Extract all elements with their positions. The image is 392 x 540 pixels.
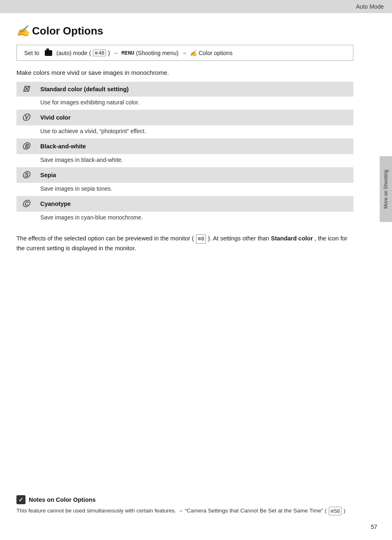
page-ref-1: ⊞ 48 xyxy=(93,49,106,56)
option-label-1: Standard color (default setting) xyxy=(35,82,353,97)
header-title: Auto Mode xyxy=(356,3,384,10)
notes-title: Notes on Color Options xyxy=(29,496,96,503)
option-row-desc-3: Save images in black-and-white. xyxy=(16,154,353,167)
option-row-desc-5: Save images in cyan-blue monochrome. xyxy=(16,212,353,225)
menu-label: MENU xyxy=(122,50,134,56)
instruction-menu-suffix: (Shooting menu) xyxy=(136,50,179,56)
option-row-desc-1: Use for images exhibiting natural color. xyxy=(16,97,353,110)
footer-bold: Standard color xyxy=(271,235,313,242)
footer-page-ref: ⊞ 8 xyxy=(196,234,206,244)
options-table: ☒ Standard color (default setting) Use f… xyxy=(16,82,353,225)
option-row-desc-4: Save images in sepia tones. xyxy=(16,183,353,196)
main-content: ✍ Color Options Set to (auto) mode ( ⊞ 4… xyxy=(0,13,370,279)
instruction-box: Set to (auto) mode ( ⊞ 48 ) → MENU (Shoo… xyxy=(16,45,353,61)
notes-body-end: ) xyxy=(344,508,346,514)
option-desc-3: Save images in black-and-white. xyxy=(35,154,353,167)
page-header: Auto Mode xyxy=(0,0,392,13)
instruction-camera-label: (auto) mode ( xyxy=(55,50,91,56)
option-icon-5: Ⓒ xyxy=(16,196,35,212)
option-desc-4: Save images in sepia tones. xyxy=(35,183,353,196)
notes-page-ref: ⊞ 58 xyxy=(329,507,341,516)
footer-text-1: The effects of the selected option can b… xyxy=(16,235,194,242)
color-option-icon-label: ✍ xyxy=(190,50,197,56)
option-label-5: Cyanotype xyxy=(35,196,353,212)
page-title: Color Options xyxy=(32,25,103,37)
option-icon-4: Ⓢ xyxy=(16,167,35,183)
instruction-prefix: Set to xyxy=(24,50,39,56)
option-label-3: Black-and-white xyxy=(35,138,353,154)
side-tab: More on Shooting xyxy=(380,156,392,222)
notes-section: ✓ Notes on Color Options This feature ca… xyxy=(16,495,371,516)
option-icon-2: Ⓥ xyxy=(16,110,35,125)
option-row-header-2: Ⓥ Vivid color xyxy=(16,110,353,125)
option-icon-3: Ⓑ xyxy=(16,138,35,154)
page-number: 57 xyxy=(371,524,377,530)
option-desc-2: Use to achieve a vivid, “photoprint” eff… xyxy=(35,125,353,138)
arrow-1: → xyxy=(113,50,119,56)
option-row-header-3: Ⓑ Black-and-white xyxy=(16,138,353,154)
footer-text-2: ). At settings other than xyxy=(208,235,271,242)
arrow-2: → xyxy=(181,50,187,56)
side-tab-text: More on Shooting xyxy=(383,170,389,209)
intro-text: Make colors more vivid or save images in… xyxy=(16,69,353,76)
option-icon-1: ☒ xyxy=(16,82,35,97)
option-row-header-5: Ⓒ Cyanotype xyxy=(16,196,353,212)
notes-body: This feature cannot be used simultaneous… xyxy=(16,507,371,516)
option-label-4: Sepia xyxy=(35,167,353,183)
footer-text: The effects of the selected option can b… xyxy=(16,234,353,253)
notes-header: ✓ Notes on Color Options xyxy=(16,495,371,504)
option-desc-5: Save images in cyan-blue monochrome. xyxy=(35,212,353,225)
notes-icon: ✓ xyxy=(16,495,25,504)
option-desc-1: Use for images exhibiting natural color. xyxy=(35,97,353,110)
camera-icon xyxy=(45,50,52,56)
option-row-header-4: Ⓢ Sepia xyxy=(16,167,353,183)
title-icon: ✍ xyxy=(16,25,30,37)
option-row-desc-2: Use to achieve a vivid, “photoprint” eff… xyxy=(16,125,353,138)
option-row-header-1: ☒ Standard color (default setting) xyxy=(16,82,353,97)
instruction-color-label: Color options xyxy=(198,50,233,56)
page-title-row: ✍ Color Options xyxy=(16,25,353,37)
option-label-2: Vivid color xyxy=(35,110,353,125)
notes-body-text: This feature cannot be used simultaneous… xyxy=(16,508,327,514)
